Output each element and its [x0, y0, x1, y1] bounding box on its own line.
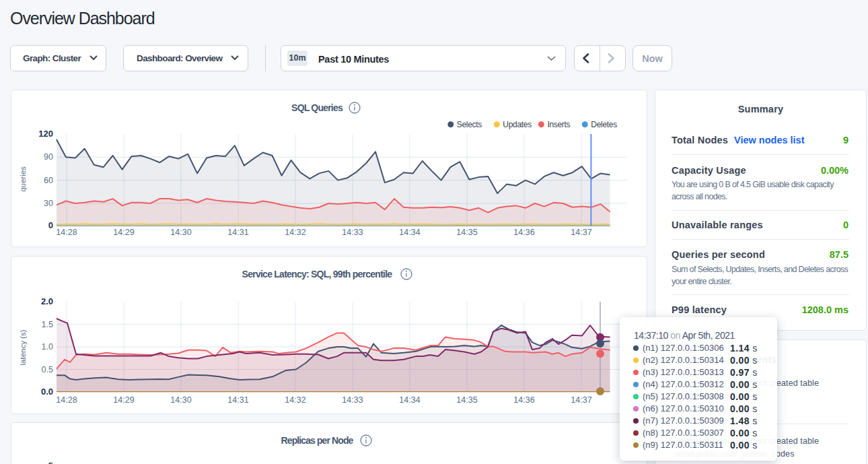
svg-text:Service Latency: SQL, 99th per: Service Latency: SQL, 99th percentile [242, 269, 393, 279]
svg-text:Replicas per Node: Replicas per Node [281, 435, 354, 446]
svg-text:14:35: 14:35 [456, 228, 477, 237]
svg-text:14:37: 14:37 [571, 228, 591, 237]
svg-text:5: 5 [48, 461, 53, 464]
svg-text:14:36: 14:36 [513, 395, 534, 405]
svg-text:14:30: 14:30 [170, 395, 191, 405]
svg-text:2.0: 2.0 [41, 296, 53, 306]
svg-text:14:33: 14:33 [342, 395, 363, 405]
svg-text:Updates: Updates [503, 120, 532, 129]
svg-text:30: 30 [44, 199, 53, 208]
svg-text:1.5: 1.5 [42, 320, 53, 329]
svg-text:90: 90 [44, 152, 53, 162]
svg-text:14:31: 14:31 [227, 228, 248, 237]
svg-text:14:34: 14:34 [399, 228, 420, 237]
svg-text:SQL Queries: SQL Queries [291, 102, 343, 113]
svg-text:14:32: 14:32 [285, 395, 305, 405]
svg-text:120: 120 [38, 129, 53, 139]
svg-text:14:28: 14:28 [56, 395, 77, 405]
svg-text:Inserts: Inserts [547, 120, 570, 129]
svg-text:14:32: 14:32 [285, 228, 305, 237]
svg-text:14:33: 14:33 [342, 228, 363, 237]
svg-text:14:28: 14:28 [56, 228, 77, 237]
svg-text:14:37: 14:37 [571, 395, 591, 405]
svg-text:Selects: Selects [457, 120, 482, 129]
svg-text:0.0: 0.0 [41, 387, 53, 397]
svg-text:14:36: 14:36 [513, 228, 534, 237]
svg-text:latency (s): latency (s) [19, 329, 27, 365]
svg-text:0.5: 0.5 [42, 365, 53, 374]
svg-text:queries: queries [19, 166, 27, 192]
svg-text:14:29: 14:29 [113, 395, 134, 405]
svg-text:1.0: 1.0 [42, 342, 53, 352]
svg-text:14:30: 14:30 [170, 228, 191, 237]
svg-text:60: 60 [44, 176, 53, 185]
svg-text:14:34: 14:34 [399, 395, 420, 405]
svg-text:14:29: 14:29 [113, 228, 134, 237]
svg-text:0: 0 [48, 220, 53, 230]
svg-text:14:35: 14:35 [456, 395, 477, 405]
svg-text:14:31: 14:31 [227, 395, 248, 405]
svg-text:Deletes: Deletes [591, 120, 617, 129]
